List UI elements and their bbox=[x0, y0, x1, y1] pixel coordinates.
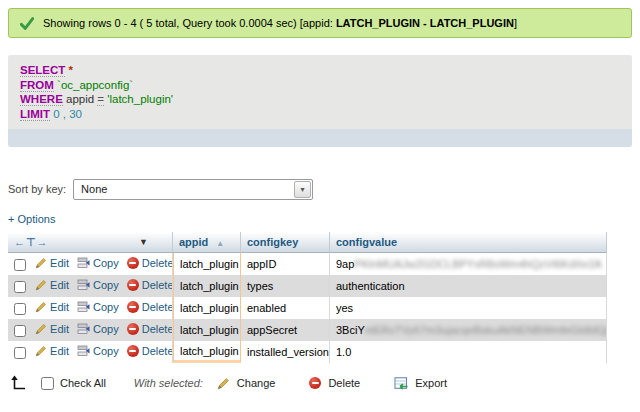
delete-stop-icon bbox=[309, 377, 321, 389]
row-checkbox[interactable] bbox=[14, 303, 26, 315]
change-pencil-icon bbox=[217, 377, 230, 390]
row-checkbox[interactable] bbox=[14, 281, 26, 293]
column-header-configvalue[interactable]: configvalue bbox=[330, 232, 607, 253]
row-actions-cell: EditCopyDelete bbox=[8, 275, 173, 297]
success-message: Showing rows 0 - 4 ( 5 total, Query took… bbox=[8, 8, 632, 38]
copy-link[interactable]: Copy bbox=[93, 257, 119, 269]
edit-pencil-icon[interactable] bbox=[35, 345, 47, 357]
sql-keyword: WHERE bbox=[20, 93, 63, 106]
with-selected-label: With selected: bbox=[134, 377, 203, 389]
delete-stop-icon[interactable] bbox=[127, 279, 139, 291]
select-dropdown-icon: ▾ bbox=[294, 181, 311, 198]
sql-line-from: FROM `oc_appconfig` bbox=[20, 78, 620, 93]
copy-rows-icon[interactable] bbox=[77, 279, 90, 291]
table-row: EditCopyDelete latch_plugin types authen… bbox=[8, 275, 607, 297]
edit-pencil-icon[interactable] bbox=[35, 279, 47, 291]
column-header-configkey[interactable]: configkey bbox=[241, 232, 330, 253]
sql-value: 'latch_plugin' bbox=[107, 93, 173, 105]
cell-configkey: enabled bbox=[241, 297, 330, 319]
edit-link[interactable]: Edit bbox=[50, 301, 69, 313]
copy-rows-icon[interactable] bbox=[77, 323, 90, 335]
check-all-checkbox[interactable] bbox=[41, 377, 54, 390]
cell-configvalue: 9apPKlnMUAJw2GDCLBPYxR8sWm4hQzVt6KdXe2A bbox=[330, 253, 607, 275]
copy-link[interactable]: Copy bbox=[93, 301, 119, 313]
row-actions-cell: EditCopyDelete bbox=[8, 297, 173, 319]
delete-link[interactable]: Delete bbox=[142, 323, 173, 335]
cell-configvalue: authentication bbox=[330, 275, 607, 297]
edit-link[interactable]: Edit bbox=[50, 257, 69, 269]
change-button[interactable]: Change bbox=[217, 377, 276, 390]
copy-link[interactable]: Copy bbox=[93, 323, 119, 335]
row-checkbox[interactable] bbox=[14, 347, 26, 359]
sort-key-selected-value: None bbox=[81, 183, 107, 195]
cell-configvalue: 1.0 bbox=[330, 341, 607, 363]
row-checkbox[interactable] bbox=[14, 325, 26, 337]
sql-keyword: LIMIT bbox=[20, 108, 50, 121]
cell-configkey: types bbox=[241, 275, 330, 297]
delete-stop-icon[interactable] bbox=[127, 301, 139, 313]
sort-row: Sort by key: None ▾ bbox=[8, 178, 640, 200]
sql-keyword: FROM bbox=[20, 79, 54, 92]
row-checkbox[interactable] bbox=[14, 259, 26, 271]
delete-link[interactable]: Delete bbox=[142, 279, 173, 291]
column-header-appid[interactable]: appid▲ bbox=[173, 232, 241, 253]
cell-appid: latch_plugin bbox=[173, 275, 241, 297]
sql-star: * bbox=[69, 64, 73, 76]
sql-query-box: SELECT * FROM `oc_appconfig` WHERE appid… bbox=[8, 55, 632, 129]
redacted-value: PKlnMUAJw2GDCLBPYxR8sWm4hQzVt6KdXe2A bbox=[354, 258, 602, 270]
copy-link[interactable]: Copy bbox=[93, 279, 119, 291]
cell-appid: latch_plugin bbox=[173, 253, 241, 275]
copy-rows-icon[interactable] bbox=[77, 345, 90, 357]
sort-by-key-label: Sort by key: bbox=[8, 183, 66, 195]
table-row: EditCopyDelete latch_plugin appSecret 3B… bbox=[8, 319, 607, 341]
copy-link[interactable]: Copy bbox=[93, 345, 119, 357]
delete-link[interactable]: Delete bbox=[142, 257, 173, 269]
copy-rows-icon[interactable] bbox=[77, 257, 90, 269]
table-row: EditCopyDelete latch_plugin enabled yes bbox=[8, 297, 607, 319]
sort-ascending-icon: ▲ bbox=[216, 239, 224, 248]
cell-configkey: appSecret bbox=[241, 319, 330, 341]
row-actions-cell: EditCopyDelete bbox=[8, 319, 173, 341]
edit-pencil-icon[interactable] bbox=[35, 257, 47, 269]
edit-pencil-icon[interactable] bbox=[35, 323, 47, 335]
options-toggle-link[interactable]: + Options bbox=[8, 213, 55, 225]
sql-limit-range: 0 , 30 bbox=[53, 108, 82, 120]
edit-link[interactable]: Edit bbox=[50, 279, 69, 291]
delete-stop-icon[interactable] bbox=[127, 345, 139, 357]
sql-line-where: WHERE appid = 'latch_plugin' bbox=[20, 92, 620, 107]
copy-rows-icon[interactable] bbox=[77, 301, 90, 313]
table-header-row: ←⊤→ ▼ appid▲ configkey configvalue bbox=[8, 232, 607, 253]
delete-link[interactable]: Delete bbox=[142, 301, 173, 313]
export-table-icon bbox=[394, 377, 408, 390]
column-move-icon[interactable]: ←⊤→ bbox=[14, 236, 49, 249]
select-rows-arrow-icon bbox=[10, 375, 27, 391]
results-table: ←⊤→ ▼ appid▲ configkey configvalue EditC… bbox=[8, 232, 607, 363]
sql-line-limit: LIMIT 0 , 30 bbox=[20, 107, 620, 122]
export-button[interactable]: Export bbox=[394, 377, 447, 390]
delete-stop-icon[interactable] bbox=[127, 323, 139, 335]
with-selected-toolbar: Check All With selected: Change Delete E… bbox=[10, 375, 640, 391]
edit-pencil-icon[interactable] bbox=[35, 301, 47, 313]
sql-table-name: `oc_appconfig` bbox=[57, 79, 133, 91]
delete-link[interactable]: Delete bbox=[142, 345, 173, 357]
table-row: EditCopyDelete latch_plugin appID 9apPKl… bbox=[8, 253, 607, 275]
cell-appid: latch_plugin bbox=[173, 319, 241, 341]
success-check-icon bbox=[20, 17, 34, 30]
delete-button[interactable]: Delete bbox=[309, 377, 360, 389]
delete-stop-icon[interactable] bbox=[127, 257, 139, 269]
sort-key-select[interactable]: None ▾ bbox=[73, 179, 313, 200]
column-actions-header[interactable]: ←⊤→ ▼ bbox=[8, 232, 173, 253]
row-actions-cell: EditCopyDelete bbox=[8, 341, 173, 363]
sql-box-footer bbox=[8, 129, 632, 147]
edit-link[interactable]: Edit bbox=[50, 345, 69, 357]
cell-configkey: appID bbox=[241, 253, 330, 275]
header-dropdown-icon[interactable]: ▼ bbox=[139, 237, 148, 247]
cell-configvalue: 3BciYntERsTVy67m3ujacqeBskuAkNENBWmfeGk8… bbox=[330, 319, 607, 341]
cell-configkey: installed_version bbox=[241, 341, 330, 363]
cell-appid: latch_plugin bbox=[173, 297, 241, 319]
edit-link[interactable]: Edit bbox=[50, 323, 69, 335]
check-all-label[interactable]: Check All bbox=[60, 377, 106, 389]
sql-column: appid bbox=[66, 93, 94, 105]
cell-appid: latch_plugin bbox=[173, 341, 241, 363]
sql-operator: = bbox=[97, 93, 104, 106]
